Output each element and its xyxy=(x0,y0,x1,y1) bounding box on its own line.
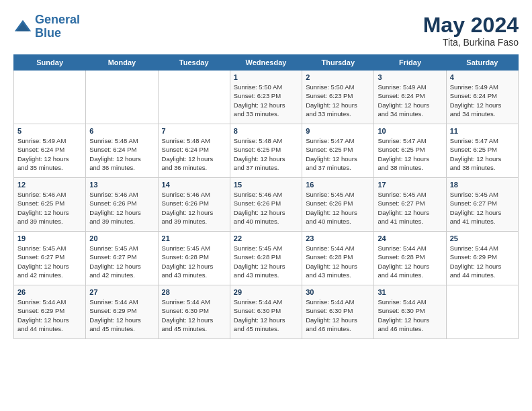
day-info: Sunrise: 5:46 AMSunset: 6:26 PMDaylight:… xyxy=(89,190,154,226)
day-number: 8 xyxy=(234,127,298,135)
col-tuesday: Tuesday xyxy=(158,55,230,71)
month-year: May 2024 xyxy=(423,13,519,37)
day-number: 20 xyxy=(89,234,154,242)
calendar-cell: 15Sunrise: 5:46 AMSunset: 6:26 PMDayligh… xyxy=(230,178,302,232)
calendar-cell: 13Sunrise: 5:46 AMSunset: 6:26 PMDayligh… xyxy=(86,178,158,232)
day-info: Sunrise: 5:44 AMSunset: 6:28 PMDaylight:… xyxy=(378,244,442,279)
calendar-cell: 25Sunrise: 5:44 AMSunset: 6:29 PMDayligh… xyxy=(446,232,518,285)
day-number: 11 xyxy=(450,127,515,135)
calendar-cell: 1Sunrise: 5:50 AMSunset: 6:23 PMDaylight… xyxy=(230,71,302,124)
calendar-cell: 31Sunrise: 5:44 AMSunset: 6:30 PMDayligh… xyxy=(374,285,446,339)
calendar-week-4: 19Sunrise: 5:45 AMSunset: 6:27 PMDayligh… xyxy=(14,232,519,285)
col-monday: Monday xyxy=(86,55,158,71)
day-number: 14 xyxy=(162,181,226,189)
day-info: Sunrise: 5:49 AMSunset: 6:24 PMDaylight:… xyxy=(378,83,442,118)
day-info: Sunrise: 5:46 AMSunset: 6:25 PMDaylight:… xyxy=(17,190,82,226)
calendar-week-2: 5Sunrise: 5:49 AMSunset: 6:24 PMDaylight… xyxy=(14,124,519,178)
calendar-cell: 6Sunrise: 5:48 AMSunset: 6:24 PMDaylight… xyxy=(86,124,158,178)
calendar-cell: 2Sunrise: 5:50 AMSunset: 6:23 PMDaylight… xyxy=(302,71,374,124)
col-saturday: Saturday xyxy=(446,55,518,71)
day-info: Sunrise: 5:48 AMSunset: 6:24 PMDaylight:… xyxy=(89,136,154,172)
day-number: 28 xyxy=(162,288,226,296)
day-number: 6 xyxy=(89,127,154,135)
day-info: Sunrise: 5:44 AMSunset: 6:28 PMDaylight:… xyxy=(306,244,370,279)
day-number: 7 xyxy=(162,127,226,135)
title-block: May 2024 Tita, Burkina Faso xyxy=(423,13,519,48)
calendar-cell: 11Sunrise: 5:47 AMSunset: 6:25 PMDayligh… xyxy=(446,124,518,178)
calendar-cell: 9Sunrise: 5:47 AMSunset: 6:25 PMDaylight… xyxy=(302,124,374,178)
logo: General Blue xyxy=(13,13,80,40)
calendar-cell: 17Sunrise: 5:45 AMSunset: 6:27 PMDayligh… xyxy=(374,178,446,232)
day-number: 9 xyxy=(306,127,370,135)
day-info: Sunrise: 5:45 AMSunset: 6:26 PMDaylight:… xyxy=(306,190,370,226)
calendar-body: 1Sunrise: 5:50 AMSunset: 6:23 PMDaylight… xyxy=(14,71,519,339)
calendar-cell: 24Sunrise: 5:44 AMSunset: 6:28 PMDayligh… xyxy=(374,232,446,285)
day-number: 26 xyxy=(17,288,82,296)
day-info: Sunrise: 5:45 AMSunset: 6:28 PMDaylight:… xyxy=(234,244,298,279)
calendar-cell: 3Sunrise: 5:49 AMSunset: 6:24 PMDaylight… xyxy=(374,71,446,124)
col-sunday: Sunday xyxy=(14,55,86,71)
day-info: Sunrise: 5:49 AMSunset: 6:24 PMDaylight:… xyxy=(17,136,82,172)
day-info: Sunrise: 5:47 AMSunset: 6:25 PMDaylight:… xyxy=(378,136,442,172)
day-number: 4 xyxy=(450,73,515,81)
calendar-cell: 12Sunrise: 5:46 AMSunset: 6:25 PMDayligh… xyxy=(14,178,86,232)
day-number: 15 xyxy=(234,181,298,189)
day-info: Sunrise: 5:44 AMSunset: 6:30 PMDaylight:… xyxy=(234,298,298,333)
day-info: Sunrise: 5:45 AMSunset: 6:27 PMDaylight:… xyxy=(378,190,442,226)
calendar-cell: 4Sunrise: 5:49 AMSunset: 6:24 PMDaylight… xyxy=(446,71,518,124)
calendar-week-5: 26Sunrise: 5:44 AMSunset: 6:29 PMDayligh… xyxy=(14,285,519,339)
day-number: 3 xyxy=(378,73,442,81)
day-info: Sunrise: 5:48 AMSunset: 6:24 PMDaylight:… xyxy=(162,136,226,172)
calendar-cell: 29Sunrise: 5:44 AMSunset: 6:30 PMDayligh… xyxy=(230,285,302,339)
calendar-cell: 19Sunrise: 5:45 AMSunset: 6:27 PMDayligh… xyxy=(14,232,86,285)
day-info: Sunrise: 5:44 AMSunset: 6:29 PMDaylight:… xyxy=(89,298,154,333)
calendar-cell: 18Sunrise: 5:45 AMSunset: 6:27 PMDayligh… xyxy=(446,178,518,232)
day-info: Sunrise: 5:47 AMSunset: 6:25 PMDaylight:… xyxy=(306,136,370,172)
day-number: 2 xyxy=(306,73,370,81)
logo-blue: Blue xyxy=(35,26,61,40)
calendar-cell: 27Sunrise: 5:44 AMSunset: 6:29 PMDayligh… xyxy=(86,285,158,339)
day-number: 24 xyxy=(378,234,442,242)
day-info: Sunrise: 5:49 AMSunset: 6:24 PMDaylight:… xyxy=(450,83,515,118)
col-wednesday: Wednesday xyxy=(230,55,302,71)
calendar-cell: 30Sunrise: 5:44 AMSunset: 6:30 PMDayligh… xyxy=(302,285,374,339)
day-number: 18 xyxy=(450,181,515,189)
calendar-header: Sunday Monday Tuesday Wednesday Thursday… xyxy=(14,55,519,71)
day-info: Sunrise: 5:45 AMSunset: 6:27 PMDaylight:… xyxy=(17,244,82,279)
day-number: 23 xyxy=(306,234,370,242)
day-number: 13 xyxy=(89,181,154,189)
day-number: 19 xyxy=(17,234,82,242)
page-header: General Blue May 2024 Tita, Burkina Faso xyxy=(13,13,519,48)
day-info: Sunrise: 5:44 AMSunset: 6:29 PMDaylight:… xyxy=(450,244,515,279)
day-info: Sunrise: 5:46 AMSunset: 6:26 PMDaylight:… xyxy=(234,190,298,226)
day-info: Sunrise: 5:44 AMSunset: 6:30 PMDaylight:… xyxy=(378,298,442,333)
calendar-week-3: 12Sunrise: 5:46 AMSunset: 6:25 PMDayligh… xyxy=(14,178,519,232)
day-number: 12 xyxy=(17,181,82,189)
day-number: 16 xyxy=(306,181,370,189)
calendar-cell: 23Sunrise: 5:44 AMSunset: 6:28 PMDayligh… xyxy=(302,232,374,285)
day-info: Sunrise: 5:46 AMSunset: 6:26 PMDaylight:… xyxy=(162,190,226,226)
day-info: Sunrise: 5:44 AMSunset: 6:30 PMDaylight:… xyxy=(162,298,226,333)
day-info: Sunrise: 5:45 AMSunset: 6:27 PMDaylight:… xyxy=(89,244,154,279)
calendar-cell: 5Sunrise: 5:49 AMSunset: 6:24 PMDaylight… xyxy=(14,124,86,178)
day-number: 21 xyxy=(162,234,226,242)
calendar-cell: 10Sunrise: 5:47 AMSunset: 6:25 PMDayligh… xyxy=(374,124,446,178)
col-friday: Friday xyxy=(374,55,446,71)
calendar-cell: 26Sunrise: 5:44 AMSunset: 6:29 PMDayligh… xyxy=(14,285,86,339)
col-thursday: Thursday xyxy=(302,55,374,71)
location: Tita, Burkina Faso xyxy=(423,37,519,48)
calendar-cell xyxy=(86,71,158,124)
day-number: 30 xyxy=(306,288,370,296)
calendar-cell: 28Sunrise: 5:44 AMSunset: 6:30 PMDayligh… xyxy=(158,285,230,339)
calendar-week-1: 1Sunrise: 5:50 AMSunset: 6:23 PMDaylight… xyxy=(14,71,519,124)
calendar-cell: 8Sunrise: 5:48 AMSunset: 6:25 PMDaylight… xyxy=(230,124,302,178)
day-info: Sunrise: 5:50 AMSunset: 6:23 PMDaylight:… xyxy=(306,83,370,118)
day-info: Sunrise: 5:50 AMSunset: 6:23 PMDaylight:… xyxy=(234,83,298,118)
calendar-cell: 21Sunrise: 5:45 AMSunset: 6:28 PMDayligh… xyxy=(158,232,230,285)
calendar-cell: 20Sunrise: 5:45 AMSunset: 6:27 PMDayligh… xyxy=(86,232,158,285)
day-number: 10 xyxy=(378,127,442,135)
calendar-cell xyxy=(158,71,230,124)
day-number: 17 xyxy=(378,181,442,189)
calendar-table: Sunday Monday Tuesday Wednesday Thursday… xyxy=(13,54,519,339)
calendar-cell xyxy=(14,71,86,124)
